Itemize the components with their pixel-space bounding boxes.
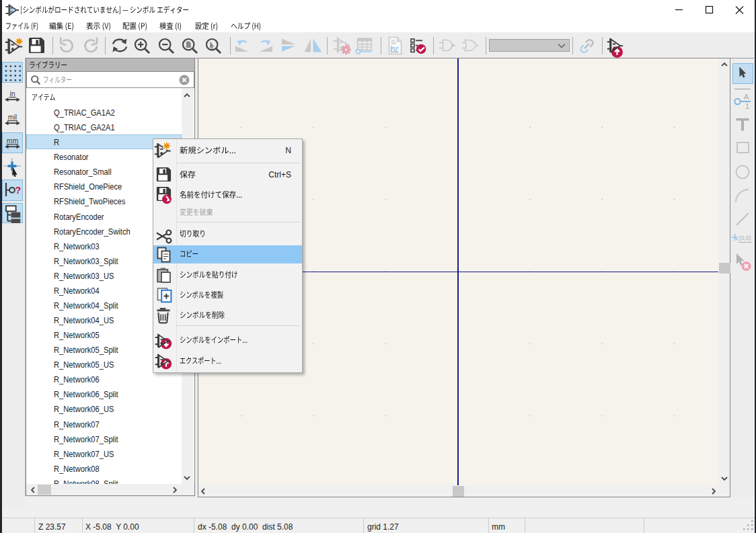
- svg-text:mm: mm: [7, 136, 19, 145]
- svg-text:in: in: [9, 89, 15, 97]
- svg-text:mil: mil: [8, 113, 17, 121]
- svg-text:A: A: [744, 93, 749, 101]
- svg-text:?: ?: [15, 185, 22, 196]
- svg-text:(0,0): (0,0): [739, 235, 751, 241]
- svg-text:1: 1: [745, 102, 749, 110]
